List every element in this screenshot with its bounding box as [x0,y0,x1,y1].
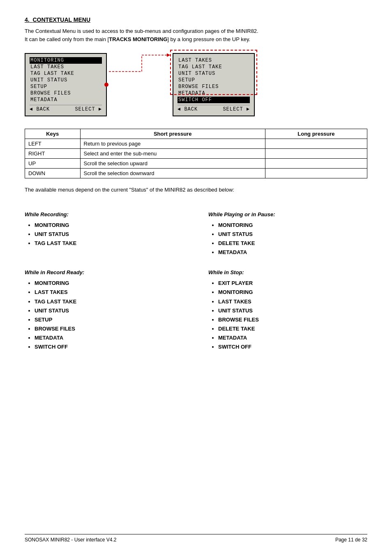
lcd-left-item-5: BROWSE FILES [30,90,102,97]
key-up: UP [25,159,81,169]
lcd-right-item-3: SETUP [178,77,250,83]
lcd-right-item-5: METADATA [178,90,250,97]
list-item: UNIT STATUS [218,306,367,315]
list-item: SWITCH OFF [218,342,367,352]
lcd-left-item-2: TAG LAST TAKE [30,70,102,77]
key-right-long [265,149,367,159]
section-while-record-ready-list: MONITORING LAST TAKES TAG LAST TAKE UNIT… [25,279,184,352]
lcd-left-item-1: LAST TAKES [30,64,102,70]
list-item: TAG LAST TAKE [35,297,184,306]
list-item: DELETE TAKE [218,239,367,248]
list-item: MONITORING [35,221,184,230]
section-while-playing-list: MONITORING UNIT STATUS DELETE TAKE METAD… [208,221,367,257]
section-while-record-ready: While in Record Ready: MONITORING LAST T… [25,269,184,352]
section-while-stop-title: While in Stop: [208,269,367,275]
dashed-arrow [109,49,175,82]
keys-table: Keys Short pressure Long pressure LEFT R… [25,129,367,178]
red-dot-indicator [104,83,108,87]
section-while-recording-title: While Recording: [25,211,184,217]
col-header-short: Short pressure [80,129,265,139]
section-while-stop: While in Stop: EXIT PLAYER MONITORING LA… [208,269,367,352]
lcd-screen-left: MONITORING LAST TAKES TAG LAST TAKE UNIT… [25,53,107,116]
list-item: SETUP [35,315,184,324]
key-up-long [265,159,367,169]
list-item: METADATA [218,333,367,342]
lcd-left-item-0: MONITORING [30,57,102,64]
list-item: TAG LAST TAKE [35,239,184,248]
section-while-stop-list: EXIT PLAYER MONITORING LAST TAKES UNIT S… [208,279,367,352]
list-item: DELETE TAKE [218,324,367,333]
list-item: MONITORING [218,221,367,230]
lcd-right-item-6: SWITCH OFF [178,97,250,103]
list-item: METADATA [218,248,367,257]
table-row: UP Scroll the selection upward [25,159,367,169]
footer-left: SONOSAX MINIR82 - User interface V4.2 [25,537,116,543]
key-down-long [265,169,367,178]
section-while-recording: While Recording: MONITORING UNIT STATUS … [25,211,184,257]
key-left: LEFT [25,139,81,149]
list-item: UNIT STATUS [35,230,184,239]
lcd-right-item-1: TAG LAST TAKE [178,64,250,70]
list-item: SWITCH OFF [35,342,184,352]
menus-grid: While Recording: MONITORING UNIT STATUS … [25,211,367,352]
lcd-left-item-6: METADATA [30,97,102,103]
key-down: DOWN [25,169,81,178]
footer: SONOSAX MINIR82 - User interface V4.2 Pa… [25,534,367,543]
key-right: RIGHT [25,149,81,159]
lcd-right-back: ◄ BACK [178,106,198,112]
lcd-right-select: SELECT ► [223,106,250,112]
list-item: LAST TAKES [35,288,184,297]
lcd-left-back: ◄ BACK [30,106,50,112]
section-while-playing: While Playing or in Pause: MONITORING UN… [208,211,367,257]
list-item: EXIT PLAYER [218,279,367,288]
col-header-long: Long pressure [265,129,367,139]
available-menus-text: The available menus depend on the curren… [25,187,367,193]
key-down-short: Scroll the selection downward [80,169,265,178]
list-item: MONITORING [35,279,184,288]
list-item: BROWSE FILES [218,315,367,324]
lcd-left-bottom: ◄ BACK SELECT ► [30,105,102,112]
screens-area: MONITORING LAST TAKES TAG LAST TAKE UNIT… [25,53,367,116]
list-item: BROWSE FILES [35,324,184,333]
key-left-long [265,139,367,149]
lcd-right-bottom: ◄ BACK SELECT ► [178,105,250,112]
key-left-short: Return to previous page [80,139,265,149]
lcd-right-item-2: UNIT STATUS [178,70,250,77]
table-row: DOWN Scroll the selection downward [25,169,367,178]
key-up-short: Scroll the selection upward [80,159,265,169]
lcd-left-item-3: UNIT STATUS [30,77,102,83]
list-item: MONITORING [218,288,367,297]
lcd-left-item-4: SETUP [30,83,102,90]
section-while-record-ready-title: While in Record Ready: [25,269,184,275]
col-header-keys: Keys [25,129,81,139]
section-while-recording-list: MONITORING UNIT STATUS TAG LAST TAKE [25,221,184,248]
table-row: LEFT Return to previous page [25,139,367,149]
list-item: LAST TAKES [218,297,367,306]
intro-paragraph: The Contextual Menu is used to access to… [25,27,367,43]
section-while-playing-title: While Playing or in Pause: [208,211,367,217]
lcd-right-item-4: BROWSE FILES [178,83,250,90]
table-row: RIGHT Select and enter the sub-menu [25,149,367,159]
footer-right: Page 11 de 32 [335,537,367,543]
lcd-left-select: SELECT ► [75,106,102,112]
lcd-screen-right: LAST TAKES TAG LAST TAKE UNIT STATUS SET… [173,53,255,116]
lcd-right-item-0: LAST TAKES [178,57,250,64]
list-item: UNIT STATUS [218,230,367,239]
list-item: METADATA [35,333,184,342]
list-item: UNIT STATUS [35,306,184,315]
section-heading: 4. CONTEXTUAL MENU [25,16,367,23]
key-right-short: Select and enter the sub-menu [80,149,265,159]
